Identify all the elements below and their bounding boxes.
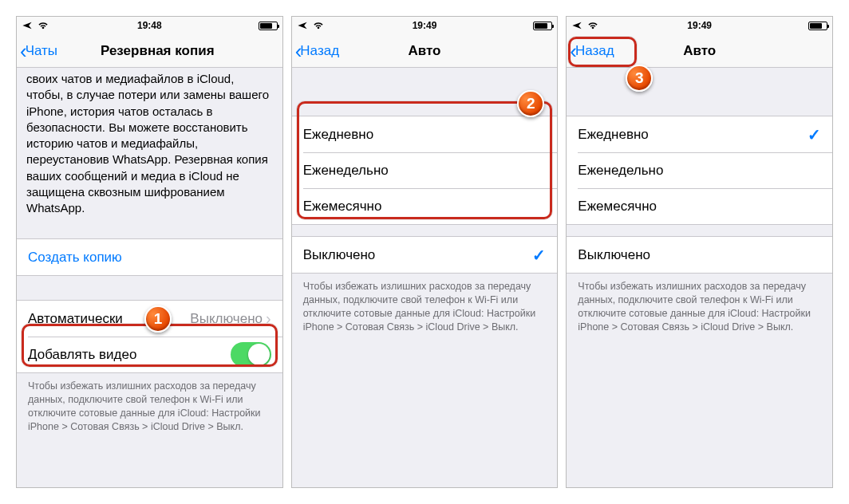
content-scroll[interactable]: Ежедневно Еженедельно Ежемесячно Выключе…	[292, 68, 558, 487]
nav-header: ‹ Чаты Резервная копия	[17, 34, 282, 68]
option-label: Еженедельно	[578, 163, 821, 179]
content-scroll[interactable]: Ежедневно ✓ Еженедельно Ежемесячно Выклю…	[567, 68, 832, 487]
status-time: 19:48	[137, 20, 162, 31]
page-title: Авто	[683, 43, 716, 59]
status-time: 19:49	[413, 20, 437, 31]
option-monthly[interactable]: Ежемесячно	[292, 188, 558, 224]
option-monthly[interactable]: Ежемесячно	[567, 188, 832, 224]
option-daily[interactable]: Ежедневно ✓	[567, 116, 832, 152]
footer-note: Чтобы избежать излишних расходов за пере…	[17, 373, 282, 434]
frequency-options-group: Ежедневно Еженедельно Ежемесячно	[292, 116, 558, 225]
status-bar: 19:49	[292, 17, 558, 34]
footer-note: Чтобы избежать излишних расходов за пере…	[567, 274, 832, 334]
battery-icon	[808, 22, 827, 30]
airplane-icon	[22, 20, 33, 31]
battery-icon	[533, 22, 552, 30]
create-backup-button[interactable]: Создать копию	[17, 239, 282, 275]
nav-header: ‹ Назад Авто	[292, 34, 558, 68]
wifi-icon	[313, 21, 324, 30]
phone-screen-1: 19:48 ‹ Чаты Резервная копия своих чатов…	[16, 16, 283, 488]
chevron-right-icon: ›	[266, 309, 271, 328]
checkmark-icon: ✓	[808, 125, 821, 144]
frequency-options-group: Ежедневно ✓ Еженедельно Ежемесячно	[567, 116, 832, 225]
option-label: Ежемесячно	[303, 199, 547, 215]
option-weekly[interactable]: Еженедельно	[567, 152, 832, 188]
off-option-group: Выключено	[567, 236, 832, 274]
step-badge-1: 1	[144, 305, 172, 333]
backup-info-text: своих чатов и медиафайлов в iCloud, чтоб…	[17, 68, 282, 227]
wifi-icon	[587, 21, 598, 30]
back-label: Назад	[575, 43, 614, 59]
content-scroll[interactable]: своих чатов и медиафайлов в iCloud, чтоб…	[17, 68, 282, 487]
back-label: Чаты	[26, 43, 57, 59]
include-video-label: Добавлять видео	[28, 347, 231, 363]
back-button[interactable]: ‹ Назад	[295, 34, 339, 67]
option-label: Ежемесячно	[578, 199, 821, 215]
page-title: Авто	[409, 43, 441, 59]
nav-header: ‹ Назад Авто	[567, 34, 832, 68]
status-bar: 19:48	[17, 17, 282, 34]
airplane-icon	[571, 20, 582, 31]
wifi-icon	[38, 21, 49, 30]
footer-note: Чтобы избежать излишних расходов за пере…	[292, 274, 558, 334]
status-time: 19:49	[687, 20, 712, 31]
phone-screen-2: 19:49 ‹ Назад Авто Ежедневно Еженедельно…	[291, 16, 559, 488]
auto-backup-value: Выключено	[190, 311, 263, 327]
airplane-icon	[297, 20, 308, 31]
option-off[interactable]: Выключено	[567, 237, 832, 273]
page-title: Резервная копия	[101, 43, 215, 59]
option-label: Ежедневно	[303, 127, 547, 143]
option-weekly[interactable]: Еженедельно	[292, 152, 558, 188]
back-button[interactable]: ‹ Чаты	[20, 34, 57, 67]
option-label: Выключено	[303, 247, 533, 263]
battery-icon	[259, 22, 278, 30]
option-label: Ежедневно	[578, 127, 808, 143]
option-off[interactable]: Выключено ✓	[292, 237, 558, 273]
phone-screen-3: 19:49 ‹ Назад Авто Ежедневно ✓ Еженедель…	[566, 16, 833, 488]
checkmark-icon: ✓	[532, 246, 546, 265]
create-backup-label: Создать копию	[28, 250, 271, 266]
include-video-row[interactable]: Добавлять видео	[17, 337, 282, 372]
back-button[interactable]: ‹ Назад	[570, 34, 614, 67]
include-video-toggle[interactable]	[231, 342, 271, 367]
option-label: Выключено	[578, 247, 821, 263]
off-option-group: Выключено ✓	[292, 236, 558, 274]
create-backup-group: Создать копию	[17, 238, 282, 276]
option-daily[interactable]: Ежедневно	[292, 116, 558, 152]
option-label: Еженедельно	[303, 163, 547, 179]
back-label: Назад	[300, 43, 339, 59]
status-bar: 19:49	[567, 17, 832, 34]
